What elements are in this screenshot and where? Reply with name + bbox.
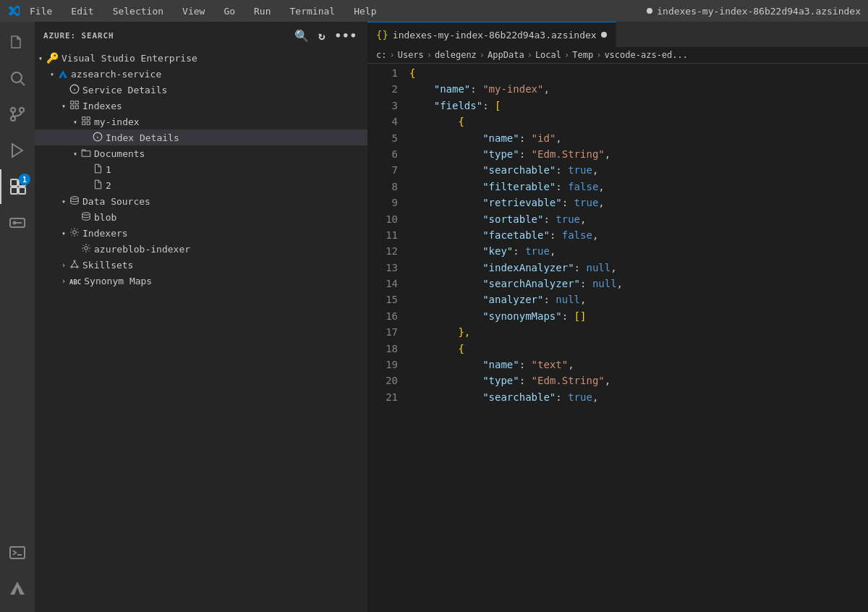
c-colon: : — [556, 179, 568, 195]
menu-edit[interactable]: Edit — [67, 4, 97, 18]
tab-modified-indicator — [601, 32, 607, 38]
menu-view[interactable]: View — [179, 4, 208, 18]
menu-help[interactable]: Help — [350, 4, 380, 18]
database-icon — [81, 211, 91, 224]
tree-item-label: Data Sources — [82, 196, 150, 207]
c-bool-false: false — [568, 179, 598, 195]
tree-item-skillsets[interactable]: ›Skillsets — [35, 257, 367, 273]
activity-extensions[interactable]: 1 — [0, 169, 35, 204]
c-string: "Edm.String" — [532, 373, 605, 388]
gear-icon — [69, 227, 80, 239]
c-key: "indexAnalyzer" — [482, 260, 574, 276]
svg-rect-10 — [11, 187, 17, 194]
activity-run[interactable] — [0, 133, 35, 168]
code-text — [409, 357, 482, 373]
activity-source-control[interactable] — [0, 97, 35, 132]
tree-item-azsearch-service[interactable]: ▾azsearch-service — [35, 66, 367, 82]
c-comma: , — [617, 276, 623, 292]
tree-item-data-sources[interactable]: ▾Data Sources — [35, 193, 367, 209]
search-sidebar-icon[interactable]: 🔍 — [293, 27, 311, 44]
network-icon — [69, 259, 80, 271]
code-content[interactable]: { "name": "my-index", "fields": [ { "nam… — [404, 64, 868, 612]
c-comma: , — [592, 162, 598, 178]
tree-item-index-details[interactable]: Index Details — [35, 129, 367, 145]
code-text — [409, 98, 434, 114]
c-key: "name" — [434, 81, 471, 97]
c-string: "Edm.String" — [532, 146, 605, 162]
line-number: 4 — [373, 114, 398, 129]
line-number: 3 — [373, 98, 398, 114]
tree-item-blob[interactable]: blob — [35, 209, 367, 225]
editor-tab[interactable]: {} indexes-my-index-86b22d94a3.azsindex — [367, 22, 616, 47]
tree-item-enterprise[interactable]: ▾🔑Visual Studio Enterprise — [35, 50, 367, 66]
run-icon — [9, 142, 26, 159]
activity-explorer[interactable] — [0, 25, 35, 59]
window-title: indexes-my-index-86b22d94a3.azsindex — [647, 6, 861, 17]
svg-point-34 — [73, 230, 77, 234]
line-number: 7 — [373, 162, 398, 178]
c-colon: : — [550, 227, 562, 243]
code-text — [409, 373, 482, 388]
tree-item-doc1[interactable]: 1 — [35, 161, 367, 177]
breadcrumb-local[interactable]: Local — [535, 50, 561, 60]
code-text — [409, 341, 458, 357]
breadcrumb-delegenz[interactable]: delegenz — [435, 50, 477, 60]
c-comma: , — [580, 211, 586, 227]
svg-point-2 — [11, 108, 15, 112]
menu-selection[interactable]: Selection — [109, 4, 167, 18]
menu-file[interactable]: File — [26, 4, 56, 18]
c-bool-true: true — [556, 211, 580, 227]
menu-go[interactable]: Go — [220, 4, 239, 18]
activity-remote[interactable] — [0, 205, 35, 240]
tree-item-label: Synonym Maps — [84, 276, 152, 286]
svg-line-1 — [21, 82, 25, 86]
svg-point-35 — [85, 246, 88, 250]
tree-item-indexes[interactable]: ▾Indexes — [35, 98, 367, 114]
activity-terminal[interactable] — [0, 535, 35, 570]
vscode-icon — [7, 4, 20, 17]
tree-item-label: blob — [94, 212, 116, 223]
code-line: "synonymMaps": [] — [409, 308, 868, 324]
files-icon — [9, 33, 26, 51]
activity-account[interactable] — [0, 571, 35, 606]
breadcrumb-vscode[interactable]: vscode-azs-ed... — [604, 50, 688, 60]
breadcrumb-temp[interactable]: Temp — [572, 50, 593, 60]
modified-dot — [647, 8, 652, 14]
activity-search[interactable] — [0, 61, 35, 95]
c-key: "synonymMaps" — [482, 308, 562, 324]
tree-item-service-details[interactable]: Service Details — [35, 82, 367, 98]
line-numbers: 123456789101112131415161718192021 — [367, 64, 404, 612]
breadcrumb-users[interactable]: Users — [398, 50, 424, 60]
tree-item-label: Visual Studio Enterprise — [61, 53, 197, 64]
c-comma: , — [592, 389, 598, 405]
svg-rect-15 — [10, 547, 25, 558]
tree-item-label: my-index — [94, 116, 140, 127]
menu-run[interactable]: Run — [250, 4, 274, 18]
c-null: null — [592, 276, 617, 292]
key-icon: 🔑 — [46, 52, 59, 64]
svg-rect-27 — [82, 122, 85, 124]
menu-terminal[interactable]: Terminal — [286, 4, 339, 18]
breadcrumb-c[interactable]: c: — [376, 50, 386, 60]
file-tree: ▾🔑Visual Studio Enterprise▾azsearch-serv… — [35, 50, 367, 289]
tab-file-icon: {} — [376, 29, 388, 41]
more-actions-icon[interactable]: ••• — [333, 27, 359, 44]
expand-icon: ▾ — [58, 197, 69, 205]
code-text — [409, 130, 482, 146]
c-key: "facetable" — [482, 227, 550, 243]
tree-item-label: Indexers — [82, 228, 128, 239]
tree-item-my-index[interactable]: ▾my-index — [35, 114, 367, 129]
c-key: "filterable" — [482, 179, 556, 195]
tree-item-indexers[interactable]: ▾Indexers — [35, 225, 367, 241]
tab-bar: {} indexes-my-index-86b22d94a3.azsindex — [367, 22, 868, 47]
tree-item-documents[interactable]: ▾Documents — [35, 145, 367, 161]
refresh-icon[interactable]: ↻ — [317, 27, 328, 44]
database-icon — [69, 195, 80, 208]
tree-item-synonym-maps[interactable]: ›ABCSynonym Maps — [35, 273, 367, 289]
breadcrumb-appdata[interactable]: AppData — [488, 50, 524, 60]
tree-item-doc2[interactable]: 2 — [35, 177, 367, 193]
c-key: "fields" — [434, 98, 482, 114]
tree-item-label: Documents — [94, 148, 145, 159]
tree-item-label: 2 — [106, 180, 111, 191]
tree-item-azureblob-indexer[interactable]: azureblob-indexer — [35, 241, 367, 257]
